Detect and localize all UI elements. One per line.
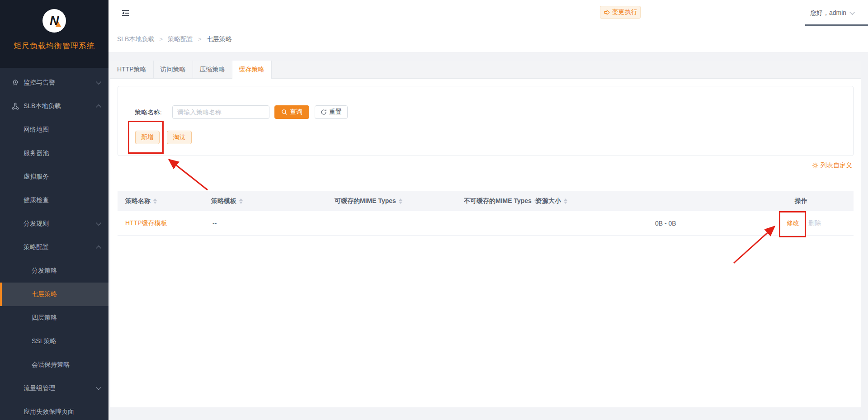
logo-triangle-icon [56, 22, 61, 27]
policy-name-label: 策略名称: [135, 105, 162, 119]
column-header-resource-size[interactable]: 资源大小 [536, 191, 567, 211]
sidebar-item-label: 网络地图 [24, 126, 49, 134]
sort-icon [399, 198, 402, 204]
sidebar-item-session-persistence[interactable]: 会话保持策略 [0, 353, 108, 377]
tab-bar: HTTP策略 访问策略 压缩策略 缓存策略 [110, 61, 861, 79]
sidebar-item-label: 健康检查 [24, 196, 49, 204]
tab-label: HTTP策略 [117, 66, 146, 74]
hollow-arrow-icon [604, 9, 610, 16]
sidebar-item-label: SLB本地负载 [24, 102, 61, 110]
sidebar-item-label: 监控与告警 [24, 79, 55, 87]
breadcrumb-separator-icon: > [198, 36, 202, 42]
tab-access-policy[interactable]: 访问策略 [154, 61, 193, 78]
list-customize-link[interactable]: 列表自定义 [812, 161, 852, 170]
sidebar-item-distribution-rules[interactable]: 分发规则 [0, 212, 108, 236]
row-policy-name-link[interactable]: HTTP缓存模板 [125, 211, 167, 236]
sidebar-item-label: 分发策略 [32, 267, 57, 275]
tab-http-policy[interactable]: HTTP策略 [110, 61, 154, 78]
nodes-icon [12, 103, 19, 110]
sidebar-item-virtual-service[interactable]: 虚拟服务 [0, 165, 108, 189]
chevron-down-icon [96, 79, 101, 84]
collapse-sidebar-icon[interactable] [120, 8, 130, 18]
sidebar-item-health-check[interactable]: 健康检查 [0, 189, 108, 212]
breadcrumb-item[interactable]: 策略配置 [168, 35, 193, 43]
column-label: 策略模板 [211, 197, 236, 205]
tab-compression-policy[interactable]: 压缩策略 [193, 61, 232, 78]
row-delete-link: 删除 [808, 211, 821, 236]
policy-name-input[interactable] [172, 105, 269, 119]
webcam-icon [12, 79, 19, 86]
sidebar-item-network-map[interactable]: 网络地图 [0, 118, 108, 142]
sidebar-item-label: 流量组管理 [24, 384, 55, 392]
sidebar-item-layer7-policy[interactable]: 七层策略 [0, 283, 108, 306]
column-header-cacheable-mime[interactable]: 可缓存的MIME Types [335, 191, 402, 211]
sidebar-item-layer4-policy[interactable]: 四层策略 [0, 306, 108, 330]
sidebar-item-label: 虚拟服务 [24, 173, 49, 181]
app-logo: N [42, 9, 66, 33]
tab-label: 访问策略 [160, 66, 186, 74]
sidebar-item-server-pool[interactable]: 服务器池 [0, 142, 108, 165]
row-edit-link[interactable]: 修改 [787, 211, 799, 236]
column-header-policy-template[interactable]: 策略模板 [211, 191, 243, 211]
sidebar-item-label: 应用失效保障页面 [24, 408, 74, 416]
sidebar-item-label: 七层策略 [32, 290, 57, 298]
main-card: HTTP策略 访问策略 压缩策略 缓存策略 策略名称: 查询 重置 [110, 61, 861, 407]
sidebar-item-label: 会话保持策略 [32, 361, 70, 369]
column-label: 资源大小 [536, 197, 561, 205]
column-label: 不可缓存的MIME Types [464, 197, 532, 205]
sidebar-item-ssl-policy[interactable]: SSL策略 [0, 330, 108, 353]
chevron-down-icon [96, 385, 101, 390]
column-label: 策略名称 [125, 197, 151, 205]
change-execute-button[interactable]: 变更执行 [600, 6, 641, 19]
search-button[interactable]: 查询 [274, 105, 309, 119]
tab-label: 缓存策略 [239, 66, 264, 74]
sidebar-item-label: 服务器池 [24, 149, 49, 157]
chevron-down-icon [96, 220, 101, 225]
logo-letter: N [42, 9, 66, 33]
reset-button[interactable]: 重置 [315, 105, 348, 119]
gear-icon [812, 162, 818, 169]
sidebar: N 矩尺负载均衡管理系统 监控与告警 SLB本地负载 网络地图 [0, 0, 108, 420]
chevron-up-icon [96, 245, 101, 250]
evict-button[interactable]: 淘汰 [167, 131, 192, 144]
reset-button-label: 重置 [329, 108, 342, 116]
tab-label: 压缩策略 [200, 66, 225, 74]
breadcrumb-item[interactable]: SLB本地负载 [117, 35, 154, 43]
add-button[interactable]: 新增 [135, 131, 160, 144]
table-header: 策略名称 策略模板 可缓存的MIME Types 不可缓存的MIME Types… [118, 191, 854, 211]
search-icon [281, 109, 288, 115]
breadcrumb: SLB本地负载 > 策略配置 > 七层策略 [108, 26, 868, 52]
breadcrumb-item-current: 七层策略 [207, 35, 232, 43]
sidebar-item-traffic-group[interactable]: 流量组管理 [0, 377, 108, 400]
search-button-label: 查询 [290, 108, 302, 116]
sidebar-item-label: 四层策略 [32, 314, 57, 322]
app-title: 矩尺负载均衡管理系统 [0, 41, 108, 51]
sidebar-item-monitoring-alerts[interactable]: 监控与告警 [0, 71, 108, 94]
sidebar-item-distribution-policy[interactable]: 分发策略 [0, 259, 108, 283]
sidebar-item-policy-config[interactable]: 策略配置 [0, 236, 108, 259]
user-dropdown[interactable]: 您好，admin [810, 0, 854, 26]
topbar: 变更执行 您好，admin [108, 0, 868, 26]
breadcrumb-separator-icon: > [159, 36, 163, 42]
sort-icon [239, 198, 243, 204]
column-label: 操作 [795, 197, 807, 205]
sort-icon [153, 198, 157, 204]
sidebar-item-slb-local[interactable]: SLB本地负载 [0, 94, 108, 118]
chevron-down-icon [849, 9, 854, 14]
change-execute-label: 变更执行 [612, 8, 637, 16]
chevron-up-icon [96, 104, 101, 109]
tab-cache-policy[interactable]: 缓存策略 [232, 61, 272, 79]
sidebar-item-label: SSL策略 [32, 337, 56, 345]
sidebar-menu: 监控与告警 SLB本地负载 网络地图 服务器池 虚拟服务 健康检查 [0, 71, 108, 420]
evict-button-label: 淘汰 [173, 133, 186, 142]
sidebar-item-label: 分发规则 [24, 220, 49, 228]
app-root: N 矩尺负载均衡管理系统 监控与告警 SLB本地负载 网络地图 [0, 0, 868, 420]
user-greeting: 您好，admin [810, 9, 846, 17]
column-header-policy-name[interactable]: 策略名称 [125, 191, 157, 211]
breadcrumb-bar: SLB本地负载 > 策略配置 > 七层策略 [108, 26, 868, 52]
sidebar-item-app-failure-page[interactable]: 应用失效保障页面 [0, 400, 108, 420]
table-row: HTTP缓存模板 -- 0B - 0B 修改 删除 [118, 211, 854, 236]
add-button-label: 新增 [141, 133, 154, 142]
horizontal-scrollbar-thumb[interactable] [805, 24, 868, 26]
column-header-non-cacheable-mime[interactable]: 不可缓存的MIME Types [464, 191, 538, 211]
